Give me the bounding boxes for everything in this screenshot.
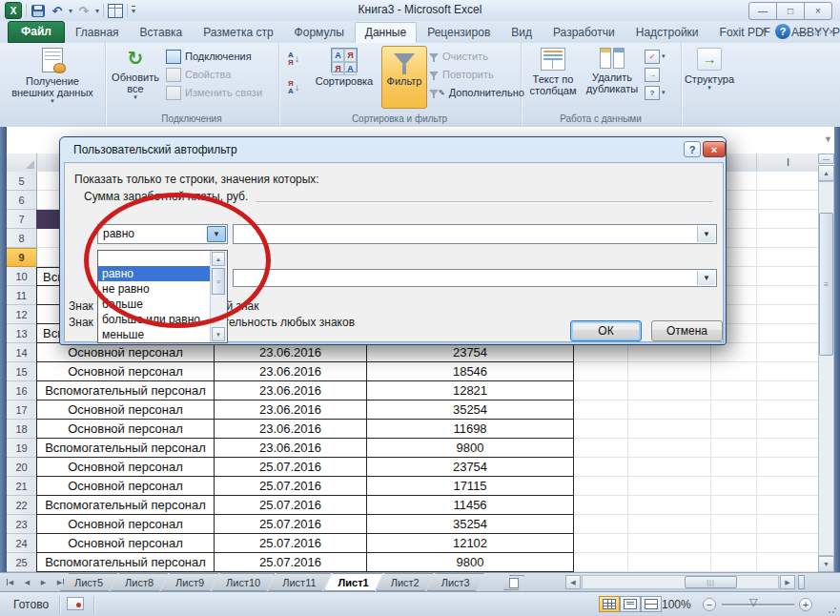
resize-grip[interactable] bbox=[828, 605, 837, 614]
dropdown-item-5[interactable]: меньше bbox=[98, 327, 227, 342]
scroll-down-button[interactable]: ▼ bbox=[818, 556, 834, 572]
row-header-5[interactable]: 5 bbox=[7, 172, 36, 191]
doc-close-icon[interactable]: × bbox=[829, 27, 834, 37]
cell-amount-15[interactable]: 18546 bbox=[367, 362, 574, 381]
cell-category-21[interactable]: Основной персонал bbox=[36, 477, 215, 496]
dialog-help-button[interactable]: ? bbox=[684, 141, 701, 157]
cell-amount-16[interactable]: 12821 bbox=[367, 381, 574, 400]
cell-date-22[interactable]: 25.07.2016 bbox=[215, 496, 367, 515]
zoom-slider-thumb[interactable]: ▽ bbox=[749, 596, 757, 608]
ribbon-tab-10[interactable]: Надстройки bbox=[625, 22, 709, 43]
row-header-8[interactable]: 8 bbox=[7, 229, 36, 248]
zoom-out-button[interactable]: − bbox=[703, 598, 716, 611]
sheet-tab-5[interactable]: Лист11 bbox=[268, 573, 330, 591]
cell-date-16[interactable]: 23.06.2016 bbox=[215, 381, 367, 400]
row-header-9[interactable]: 9 bbox=[7, 248, 36, 267]
row-header-16[interactable]: 16 bbox=[7, 381, 36, 400]
ribbon-tab-4[interactable]: Разметка стр bbox=[193, 22, 283, 43]
ok-button[interactable]: ОК bbox=[570, 320, 642, 341]
horizontal-scrollbar-thumb[interactable]: ||| bbox=[685, 576, 737, 588]
filter-button[interactable]: Фильтр bbox=[381, 46, 427, 109]
advanced-filter-button[interactable]: ✎ Дополнительно bbox=[429, 84, 524, 101]
split-handle[interactable]: — bbox=[818, 154, 834, 164]
cell-date-20[interactable]: 25.07.2016 bbox=[215, 458, 367, 477]
cell-date-24[interactable]: 25.07.2016 bbox=[215, 534, 367, 553]
cell-amount-19[interactable]: 9800 bbox=[367, 439, 574, 458]
row-header-21[interactable]: 21 bbox=[7, 477, 36, 496]
macro-record-button[interactable] bbox=[67, 597, 84, 610]
ribbon-tab-8[interactable]: Вид bbox=[501, 22, 543, 43]
vertical-scrollbar-thumb[interactable]: ≡ bbox=[819, 213, 833, 356]
minimize-button[interactable]: — bbox=[748, 2, 777, 20]
page-layout-view-button[interactable] bbox=[620, 596, 641, 612]
zoom-slider-track[interactable] bbox=[722, 604, 794, 606]
dropdown-scroll-down[interactable]: ▼ bbox=[212, 327, 225, 341]
normal-view-button[interactable] bbox=[599, 596, 620, 612]
sort-button[interactable]: АЯЯА Сортировка bbox=[309, 46, 379, 87]
row-header-15[interactable]: 15 bbox=[7, 362, 36, 381]
value2-dropdown-button[interactable]: ▼ bbox=[697, 271, 715, 285]
doc-restore-icon[interactable]: □ bbox=[815, 27, 821, 37]
sheet-tab-7[interactable]: Лист2 bbox=[377, 573, 434, 591]
cell-category-23[interactable]: Основной персонал bbox=[36, 515, 215, 534]
cell-amount-20[interactable]: 23754 bbox=[367, 458, 574, 477]
sheet-tab-1[interactable]: Лист5 bbox=[60, 573, 117, 591]
cell-amount-17[interactable]: 35254 bbox=[367, 400, 574, 420]
cell-category-16[interactable]: Вспомогательный персонал bbox=[36, 381, 215, 400]
horizontal-scrollbar-track[interactable] bbox=[582, 575, 779, 589]
close-button[interactable]: × bbox=[804, 2, 832, 20]
sheet-tab-4[interactable]: Лист10 bbox=[212, 573, 275, 591]
formula-bar-expand-icon[interactable]: ▼ bbox=[824, 134, 832, 144]
connections-button[interactable]: Подключения bbox=[166, 48, 252, 65]
row-header-24[interactable]: 24 bbox=[7, 534, 36, 553]
row-header-10[interactable]: 10 bbox=[7, 267, 36, 286]
ribbon-tab-6[interactable]: Данные bbox=[355, 22, 417, 43]
cell-category-25[interactable]: Вспомогательный персонал bbox=[36, 553, 215, 572]
page-break-view-button[interactable] bbox=[641, 596, 662, 612]
dropdown-item-2[interactable]: не равно bbox=[98, 281, 227, 297]
cell-date-15[interactable]: 23.06.2016 bbox=[215, 362, 367, 381]
refresh-all-button[interactable]: ↻ Обновить все ▾ bbox=[109, 46, 162, 100]
hscroll-right-button[interactable]: ▶ bbox=[780, 575, 795, 589]
dropdown-item-1[interactable]: равно bbox=[98, 266, 227, 281]
help-icon[interactable]: ? bbox=[775, 24, 790, 39]
cell-category-20[interactable]: Основной персонал bbox=[36, 458, 215, 477]
ribbon-tab-5[interactable]: Формулы bbox=[284, 22, 355, 43]
ribbon-tab-1[interactable]: Файл bbox=[8, 21, 65, 43]
dropdown-scroll-up[interactable]: ▲ bbox=[212, 252, 225, 266]
restore-button[interactable]: □ bbox=[776, 2, 805, 20]
cell-category-19[interactable]: Вспомогательный персонал bbox=[36, 439, 215, 458]
ribbon-tab-7[interactable]: Рецензиров bbox=[417, 22, 501, 43]
data-validation-button[interactable]: ✓ ▾ bbox=[645, 48, 675, 65]
scroll-up-button[interactable]: ▲ bbox=[818, 165, 834, 181]
row-header-11[interactable]: 11 bbox=[7, 286, 36, 305]
cell-amount-14[interactable]: 23754 bbox=[367, 343, 574, 362]
cell-category-14[interactable]: Основной персонал bbox=[36, 343, 215, 362]
sheet-tab-3[interactable]: Лист9 bbox=[161, 573, 218, 591]
sheet-tab-6[interactable]: Лист1 bbox=[324, 573, 383, 591]
next-sheet-button[interactable]: ▶ bbox=[36, 575, 51, 589]
insert-sheet-button[interactable] bbox=[503, 575, 524, 590]
cell-amount-18[interactable]: 11698 bbox=[367, 420, 574, 439]
cell-date-14[interactable]: 23.06.2016 bbox=[215, 343, 367, 362]
sort-za-button[interactable]: ЯА ↓ bbox=[282, 77, 305, 98]
cell-date-17[interactable]: 23.06.2016 bbox=[215, 400, 367, 420]
cell-category-24[interactable]: Основной персонал bbox=[36, 534, 215, 553]
cell-date-23[interactable]: 25.07.2016 bbox=[215, 515, 367, 534]
cell-date-19[interactable]: 23.06.2016 bbox=[215, 439, 367, 458]
cell-date-21[interactable]: 25.07.2016 bbox=[215, 477, 367, 496]
value1-dropdown-button[interactable]: ▼ bbox=[697, 226, 715, 242]
row-header-23[interactable]: 23 bbox=[7, 515, 36, 534]
cell-amount-22[interactable]: 11456 bbox=[367, 496, 574, 515]
cell-amount-24[interactable]: 12102 bbox=[367, 534, 574, 553]
cell-category-18[interactable]: Основной персонал bbox=[36, 420, 215, 439]
consolidate-button[interactable]: → bbox=[645, 66, 675, 83]
collapse-ribbon-icon[interactable]: ^ bbox=[762, 27, 768, 37]
dropdown-item-0[interactable] bbox=[98, 251, 227, 266]
dropdown-scroll-thumb[interactable]: ≡ bbox=[212, 268, 225, 295]
select-all-corner[interactable] bbox=[7, 154, 37, 171]
sheet-tab-2[interactable]: Лист8 bbox=[111, 573, 168, 591]
sheet-tab-8[interactable]: Лист3 bbox=[427, 573, 484, 591]
cell-amount-25[interactable]: 9800 bbox=[367, 553, 574, 572]
cell-date-25[interactable]: 25.07.2016 bbox=[215, 553, 367, 572]
